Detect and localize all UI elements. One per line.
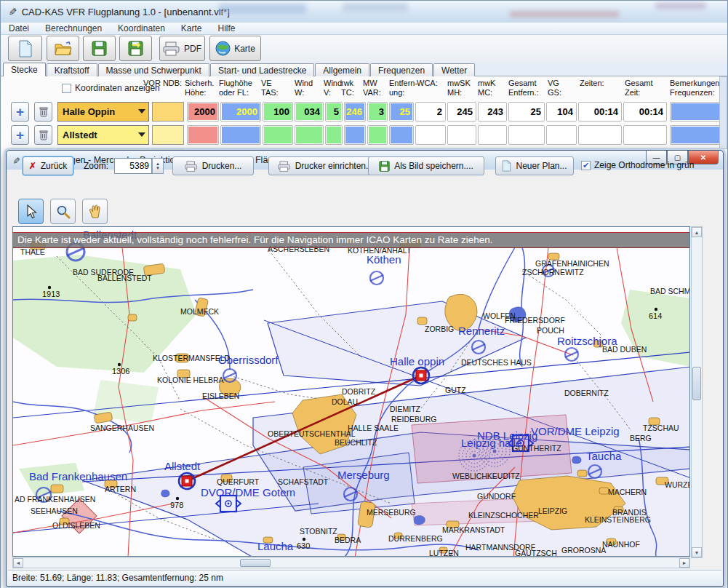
route-cell[interactable] [220,125,261,145]
waypoint-dropdown[interactable]: Allstedt [57,125,149,145]
add-waypoint-button[interactable]: + [11,102,29,122]
back-x-icon: ✗ [29,161,36,171]
route-cell[interactable] [623,125,667,145]
checkbox-box[interactable] [62,84,71,93]
route-cell[interactable]: 2000 [187,102,219,122]
map-nav-label: Halle oppin [390,355,444,368]
map-vertical-scrollbar[interactable]: ▲ ▼ [691,226,703,558]
route-cell[interactable]: 2000 [220,102,261,122]
route-cell[interactable]: 2 [415,102,446,122]
karte-button[interactable]: Karte [209,36,261,61]
map-town-label: BEUCHLITZ [335,438,377,447]
new-plan-button[interactable]: Neuer Plan... [495,156,574,175]
menu-item-koordinaten[interactable]: Koordinaten [110,23,173,34]
zoom-input[interactable]: 5389 [114,158,152,174]
route-cell[interactable] [670,125,722,145]
save-image-label: Als Bild speichern.... [394,161,473,171]
route-cell[interactable]: 5 [325,102,343,122]
delete-waypoint-button[interactable] [34,125,52,145]
route-cell[interactable]: 246 [344,102,366,122]
tab-frequenzen[interactable]: Frequenzen [370,63,433,76]
map-town-label: WURZE [665,480,690,489]
route-cell[interactable]: 104 [546,102,577,122]
route-cell[interactable] [578,125,622,145]
select-tool-button[interactable] [18,199,44,224]
tab-start-und-ladestrecke[interactable]: Start- und Ladestrecke [210,63,314,76]
route-cell[interactable] [295,125,324,145]
route-cell[interactable] [508,125,545,145]
trash-icon [39,106,48,117]
scroll-right-arrow[interactable]: ► [679,558,689,568]
pan-tool-button[interactable] [82,199,108,224]
menu-item-karte[interactable]: Karte [173,23,210,34]
route-cell[interactable]: 25 [508,102,545,122]
map-town-label: REIDEBURG [391,415,436,424]
route-cell[interactable] [187,125,219,145]
printer-setup-button[interactable]: Drucker einrichten.... [268,156,385,175]
print-button[interactable]: Drucken... [172,156,254,175]
delete-waypoint-button[interactable] [34,102,52,122]
tab-allgemein[interactable]: Allgemein [315,63,369,76]
route-cell[interactable] [415,125,446,145]
save-disk-icon [379,161,390,172]
route-cell[interactable] [478,125,507,145]
vscroll-thumb[interactable] [692,367,701,400]
scroll-down-arrow[interactable]: ▼ [692,547,702,557]
route-cell[interactable] [447,125,476,145]
menu-item-datei[interactable]: Datei [1,23,37,34]
new-file-button[interactable] [8,36,42,61]
karte-button-label: Karte [234,44,255,54]
map-horizontal-scrollbar[interactable]: ◄ ► [12,557,690,568]
route-cell[interactable] [325,125,343,145]
route-cell[interactable] [263,125,293,145]
pdf-export-button[interactable]: PDF [159,36,205,61]
save-as-button[interactable] [119,36,152,61]
dropdown-arrow-icon [138,109,145,114]
route-cell[interactable] [344,125,366,145]
route-cell[interactable]: 00:14 [578,102,622,122]
save-image-button[interactable]: Als Bild speichern.... [368,156,484,175]
menu-item-hilfe[interactable]: Hilfe [210,23,244,34]
waypoint-dropdown[interactable]: Halle Oppin [57,102,149,122]
map-town-label: GRAFENHAINICHEN [535,259,609,268]
save-button[interactable] [83,36,116,61]
open-file-button[interactable] [47,36,79,61]
route-cell[interactable]: 3 [367,102,388,122]
route-cell[interactable] [389,125,414,145]
map-viewport[interactable]: Die Karte ist weder aktuell, vollständig… [12,226,690,557]
menu-item-berechnungen[interactable]: Berechnungen [37,23,110,34]
new-plan-label: Neuer Plan... [516,161,567,171]
map-town-label: BERG [630,434,652,442]
route-cell[interactable]: 245 [447,102,476,122]
hscroll-thumb[interactable] [240,559,271,567]
scroll-left-arrow[interactable]: ◄ [13,558,23,568]
zoom-spinner[interactable]: ▲▼ [152,158,164,174]
zoom-tool-button[interactable] [50,199,76,224]
vor-ndb-field[interactable] [152,125,184,145]
orthodrome-checkbox[interactable]: ✔ Zeige Orthodrome in grün [581,160,694,170]
route-cell[interactable] [670,102,722,122]
tab-kraftstoff[interactable]: Kraftstoff [47,63,97,76]
checkbox-box[interactable]: ✔ [581,161,591,170]
map-town-label: KLEINZSCHOCHER [468,511,539,520]
printer-setup-label: Drucker einrichten.... [295,161,376,171]
scroll-up-arrow[interactable]: ▲ [692,227,702,237]
map-town-label: BEDRA [335,536,361,544]
route-cell[interactable]: 243 [478,102,507,122]
route-cell[interactable]: 25 [389,102,414,122]
route-cell[interactable] [546,125,577,145]
vor-ndb-field[interactable] [152,102,184,122]
main-window-scrollbar[interactable] [719,76,727,149]
back-button[interactable]: ✗ Zurück [23,156,73,175]
route-cell[interactable] [367,125,388,145]
titlebar[interactable]: ✎ CAD-KAS VFR Flugplanung 1.0 - [unbenan… [1,1,727,23]
tab-wetter[interactable]: Wetter [433,63,475,76]
tab-masse-und-schwerpunkt[interactable]: Masse und Schwerpunkt [98,63,209,76]
tab-stecke[interactable]: Stecke [3,63,46,76]
map-canvas[interactable]: THALEBAD SUDERODEBALLENSTEDTASCHERSLEBEN… [13,227,690,557]
route-cell[interactable]: 00:14 [623,102,667,122]
add-waypoint-button[interactable]: + [11,125,29,145]
new-page-icon [502,160,511,172]
route-cell[interactable]: 100 [263,102,293,122]
route-cell[interactable]: 034 [295,102,324,122]
